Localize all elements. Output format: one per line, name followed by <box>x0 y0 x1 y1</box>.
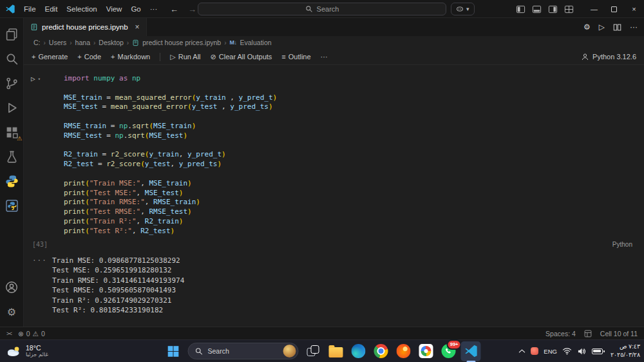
breadcrumb-file[interactable]: predict house prices.ipynb <box>142 39 221 46</box>
kernel-picker[interactable]: Python 3.12.6 <box>581 53 636 61</box>
split-editor-icon[interactable] <box>613 23 621 32</box>
cell-language-label[interactable]: Python <box>612 241 632 248</box>
whatsapp-button[interactable]: 99+ <box>439 341 459 361</box>
search-icon <box>305 5 313 13</box>
source-control-icon[interactable] <box>0 71 23 95</box>
breadcrumb-desktop[interactable]: Desktop <box>99 39 124 46</box>
code-line[interactable]: print("Test RMSE:", RMSE_test) <box>64 207 634 217</box>
outline-button[interactable]: ≡Outline <box>281 53 310 61</box>
run-all-button[interactable]: ▷Run All <box>170 53 200 61</box>
menu-selection[interactable]: Selection <box>62 3 101 15</box>
vscode-taskbar-button[interactable] <box>461 341 481 361</box>
minimize-button[interactable]: — <box>584 0 604 18</box>
breadcrumb-section[interactable]: Evaluation <box>240 39 272 46</box>
indentation-indicator[interactable]: Spaces: 4 <box>545 330 576 338</box>
forward-button[interactable]: → <box>188 5 196 14</box>
remote-indicator[interactable]: >< <box>6 330 12 337</box>
generate-button[interactable]: +Generate <box>32 53 68 61</box>
chrome-button[interactable] <box>371 341 391 361</box>
weather-widget[interactable]: 18°C غائم جزئيا <box>0 344 48 358</box>
code-line[interactable]: R2_train = r2_score(y_train, y_pred_t) <box>64 150 634 160</box>
cell-position-indicator[interactable]: Cell 10 of 11 <box>600 330 638 338</box>
code-line[interactable]: print("Train MSE:", MSE_train) <box>64 179 634 189</box>
code-line[interactable]: RMSE_test = np.sqrt(MSE_test) <box>64 131 634 141</box>
edge-icon <box>351 344 365 358</box>
code-line[interactable]: R2_test = r2_score(y_test, y_pred_ts) <box>64 160 634 169</box>
breadcrumb-user[interactable]: hana <box>75 39 90 46</box>
code-line[interactable] <box>64 141 634 151</box>
photos-button[interactable] <box>416 341 436 361</box>
extensions-icon[interactable]: ⚠ <box>0 120 23 144</box>
code-line[interactable]: MSE_train = mean_squared_error(y_train ,… <box>64 93 634 103</box>
outline-label: Outline <box>289 53 311 61</box>
file-explorer-button[interactable] <box>326 341 346 361</box>
toolbar-more-button[interactable]: ··· <box>321 53 328 61</box>
close-button[interactable]: × <box>624 0 644 18</box>
volume-icon[interactable] <box>577 347 587 356</box>
more-actions-icon[interactable]: ··· <box>630 23 638 32</box>
notebook-settings-icon[interactable]: ⚙ <box>583 23 591 32</box>
clock-widget[interactable]: ٧:٤٣ ص ٢٠٢٥/٠٣/٢٨ <box>611 343 640 359</box>
code-line[interactable] <box>64 84 634 93</box>
code-line[interactable]: print("Train RMSE:", RMSE_train) <box>64 198 634 207</box>
code-line[interactable] <box>64 169 634 179</box>
battery-icon[interactable] <box>592 348 603 354</box>
run-editor-icon[interactable]: ▷ <box>599 23 605 32</box>
code-line[interactable] <box>64 112 634 122</box>
language-indicator[interactable]: ENG <box>544 348 557 355</box>
settings-gear-icon[interactable]: ⚙ <box>0 300 23 324</box>
back-button[interactable]: ← <box>170 5 178 14</box>
code-line[interactable]: RMSE_train = np.sqrt(MSE_train) <box>64 122 634 131</box>
code-line[interactable]: print("Test MSE:", MSE_test) <box>64 189 634 198</box>
menu-file[interactable]: File <box>19 3 41 15</box>
breadcrumb-users[interactable]: Users <box>49 39 66 46</box>
clear-icon: ⊘ <box>211 53 216 61</box>
command-center-search[interactable]: Search <box>198 3 446 15</box>
maximize-button[interactable] <box>604 0 624 18</box>
task-view-button[interactable] <box>303 341 323 361</box>
edge-button[interactable] <box>348 341 368 361</box>
tab-close-icon[interactable]: × <box>135 23 140 32</box>
code-line[interactable]: MSE_test = mean_squared_error(y_test , y… <box>64 102 634 112</box>
cell-editor[interactable]: import numpy as np MSE_train = mean_squa… <box>64 74 644 236</box>
menu-go[interactable]: Go <box>126 3 145 15</box>
add-code-button[interactable]: +Code <box>77 53 101 61</box>
explorer-icon[interactable] <box>0 22 23 46</box>
breadcrumb: C: › Users › hana › Desktop › predict ho… <box>24 36 644 49</box>
tray-app-icon[interactable] <box>531 347 538 355</box>
toggle-panel-icon[interactable] <box>532 5 542 14</box>
toggle-secondary-sidebar-icon[interactable] <box>548 5 558 14</box>
run-debug-icon[interactable] <box>0 95 23 120</box>
python-environments-icon[interactable] <box>0 193 23 218</box>
python-extension-icon[interactable] <box>0 169 23 193</box>
code-line[interactable]: import numpy as np <box>64 74 634 84</box>
code-line[interactable]: print("Test R²:", R2_test) <box>64 227 634 236</box>
tray-chevron-icon[interactable] <box>518 348 526 354</box>
start-button[interactable] <box>164 341 184 361</box>
firefox-button[interactable] <box>393 341 413 361</box>
vscode-logo-icon <box>5 4 15 14</box>
clear-all-outputs-button[interactable]: ⊘Clear All Outputs <box>211 53 272 61</box>
chrome-icon <box>374 344 388 358</box>
testing-icon[interactable] <box>0 144 23 169</box>
menu-edit[interactable]: Edit <box>41 3 62 15</box>
search-highlight-image[interactable] <box>283 345 296 357</box>
tab-predict-house-prices[interactable]: predict house prices.ipynb × <box>24 18 147 36</box>
menu-view[interactable]: View <box>102 3 127 15</box>
breadcrumb-drive[interactable]: C: <box>33 39 41 46</box>
copilot-button[interactable]: ▾ <box>451 3 475 15</box>
code-line[interactable]: print("Train R²:", R2_train) <box>64 217 634 227</box>
notebook-layout-icon[interactable] <box>584 330 592 338</box>
run-cell-button[interactable]: ▷ ▾ <box>31 75 64 83</box>
problems-indicator[interactable]: ⊗ 0 ⚠ 0 <box>18 330 45 338</box>
taskbar-search-box[interactable]: Search <box>188 343 299 359</box>
add-markdown-button[interactable]: +Markdown <box>111 53 150 61</box>
warning-icon: ⚠ <box>33 330 39 338</box>
account-icon[interactable] <box>0 275 23 300</box>
menu-more[interactable]: ··· <box>146 3 162 15</box>
toggle-sidebar-icon[interactable] <box>516 5 526 14</box>
wifi-icon[interactable] <box>562 347 572 355</box>
output-collapse-button[interactable]: ··· <box>24 256 52 316</box>
search-view-icon[interactable] <box>0 46 23 71</box>
customize-layout-icon[interactable] <box>564 5 574 14</box>
